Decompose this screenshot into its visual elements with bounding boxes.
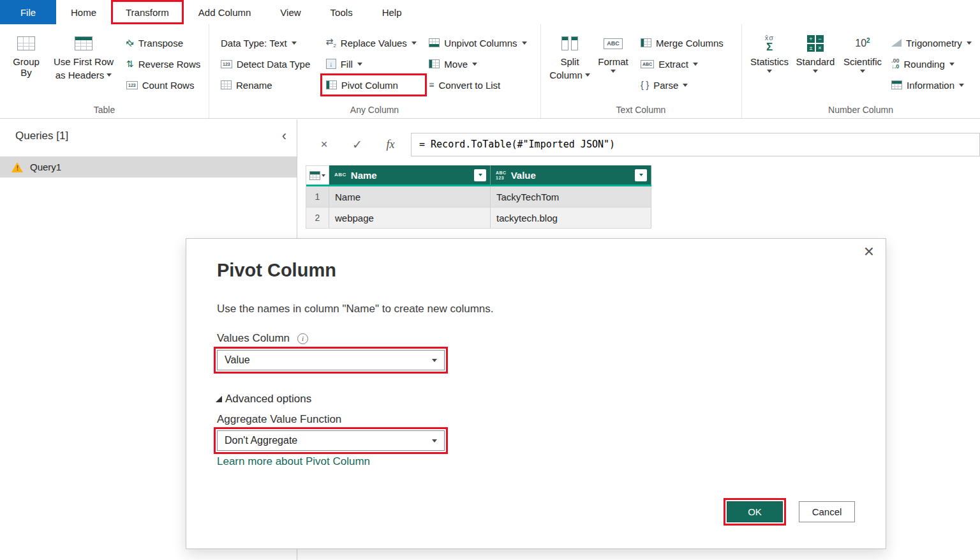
button-label: Detect Data Type	[237, 59, 311, 70]
pivot-column-button[interactable]: Pivot Column	[322, 75, 426, 95]
tab-transform[interactable]: Transform	[111, 0, 184, 24]
rounding-button[interactable]: .00↓.0 Rounding	[887, 54, 976, 73]
button-label: Merge Columns	[656, 38, 724, 49]
move-button[interactable]: Move	[425, 54, 540, 73]
tab-home[interactable]: Home	[56, 0, 111, 24]
aggregate-function-dropdown[interactable]: Don't Aggregate	[217, 430, 445, 451]
query-name: Query1	[30, 162, 61, 172]
statistics-icon: x̄σΣ	[765, 34, 774, 52]
tab-view[interactable]: View	[265, 0, 315, 24]
transpose-button[interactable]: ⇄ Transpose	[122, 33, 204, 52]
cell-value[interactable]: tackytech.blog	[491, 208, 651, 229]
extract-button[interactable]: ABC Extract	[637, 54, 727, 73]
formula-input[interactable]: = Record.ToTable(#"Imported JSON")	[411, 133, 980, 156]
button-label: Scientific	[843, 56, 882, 67]
use-first-row-icon	[75, 36, 93, 50]
button-label: Use First Row	[54, 56, 114, 67]
fill-icon: ↓	[326, 59, 336, 69]
file-menu-button[interactable]: File	[0, 0, 56, 24]
info-icon[interactable]: i	[297, 333, 308, 344]
select-all-corner[interactable]	[306, 165, 329, 185]
expander-triangle-icon	[216, 396, 222, 402]
tab-add-column[interactable]: Add Column	[184, 0, 266, 24]
advanced-options-toggle[interactable]: Advanced options	[216, 393, 311, 405]
replace-values-icon: ⇄2	[326, 37, 336, 49]
group-label-any-column: Any Column	[209, 105, 540, 115]
chevron-down-icon	[432, 439, 437, 443]
button-label: as Headers	[56, 70, 105, 80]
column-title: Value	[511, 170, 630, 181]
reverse-rows-button[interactable]: ⇅ Reverse Rows	[122, 54, 204, 73]
pivot-column-icon	[326, 80, 337, 89]
scientific-icon: 102	[855, 38, 870, 49]
learn-more-link[interactable]: Learn more about Pivot Column	[217, 455, 370, 468]
tab-tools[interactable]: Tools	[316, 0, 368, 24]
button-label: Statistics	[750, 56, 789, 67]
table-menu-caret-icon	[322, 174, 325, 177]
rounding-icon: .00↓.0	[891, 58, 900, 70]
fx-icon[interactable]: fx	[374, 138, 407, 151]
text-type-icon: ABC	[334, 172, 346, 178]
column-header-value[interactable]: ABC123 Value	[491, 165, 651, 185]
queries-pane-title: Queries [1]	[15, 130, 68, 142]
rename-icon	[221, 80, 232, 89]
move-icon	[429, 59, 440, 68]
button-label: Reverse Rows	[138, 59, 201, 70]
button-label: Unpivot Columns	[444, 38, 517, 49]
chevron-down-icon	[412, 42, 417, 45]
row-number[interactable]: 2	[306, 208, 329, 229]
commit-formula-icon[interactable]: ✓	[341, 137, 374, 152]
chevron-down-icon	[522, 42, 527, 45]
parse-button[interactable]: { } Parse	[637, 75, 727, 95]
column-header-name[interactable]: ABC Name	[329, 165, 491, 185]
button-label: Group By	[8, 56, 45, 78]
ribbon-group-any-column: Data Type: Text 123 Detect Data Type Ren…	[209, 24, 540, 118]
warning-icon: !	[11, 162, 24, 172]
data-type-button[interactable]: Data Type: Text	[217, 33, 322, 52]
dropdown-value: Value	[225, 354, 250, 366]
cell-name[interactable]: Name	[329, 186, 491, 208]
button-label: Move	[444, 59, 468, 70]
merge-columns-button[interactable]: Merge Columns	[637, 33, 727, 52]
chevron-down-icon	[813, 70, 818, 73]
filter-button[interactable]	[635, 169, 647, 181]
filter-button[interactable]	[474, 169, 486, 181]
rename-button[interactable]: Rename	[217, 75, 322, 95]
cell-value[interactable]: TackyTechTom	[491, 186, 651, 208]
ok-button[interactable]: OK	[727, 501, 783, 522]
cancel-formula-icon[interactable]: ×	[308, 137, 341, 151]
tab-help[interactable]: Help	[368, 0, 417, 24]
standard-icon: +−±×	[807, 35, 824, 52]
replace-values-button[interactable]: ⇄2 Replace Values	[322, 33, 426, 52]
unpivot-columns-button[interactable]: Unpivot Columns	[425, 33, 540, 52]
chevron-down-icon	[949, 63, 954, 66]
chevron-down-icon	[611, 70, 616, 73]
collapse-pane-icon[interactable]: ‹	[282, 131, 286, 141]
data-preview-table: ABC Name ABC123 Value 1 Name TackyTechTo…	[306, 165, 651, 229]
information-button[interactable]: Information	[887, 75, 976, 95]
button-label: Trigonometry	[906, 38, 962, 49]
detect-data-type-button[interactable]: 123 Detect Data Type	[217, 54, 322, 73]
count-rows-icon: 123	[126, 81, 138, 89]
query-list-item[interactable]: ! Query1	[0, 156, 297, 178]
button-label: Convert to List	[439, 80, 501, 91]
button-label: Rename	[236, 80, 272, 91]
values-column-dropdown[interactable]: Value	[217, 350, 445, 370]
button-label: Format	[598, 56, 628, 67]
power-query-editor-window: File Home Transform Add Column View Tool…	[0, 0, 980, 560]
cell-name[interactable]: webpage	[329, 208, 491, 229]
pivot-column-dialog: × Pivot Column Use the names in column "…	[186, 238, 886, 549]
button-label: Split	[560, 56, 579, 67]
close-icon[interactable]: ×	[864, 243, 874, 261]
trigonometry-button[interactable]: Trigonometry	[887, 33, 976, 52]
button-label: Information	[907, 80, 954, 91]
unpivot-columns-icon	[429, 38, 440, 47]
convert-to-list-button[interactable]: ≡ Convert to List	[425, 75, 540, 95]
cancel-button[interactable]: Cancel	[799, 501, 855, 522]
row-number[interactable]: 1	[306, 186, 329, 208]
count-rows-button[interactable]: 123 Count Rows	[122, 75, 204, 95]
chevron-down-icon	[959, 84, 964, 87]
fill-button[interactable]: ↓ Fill	[322, 54, 426, 73]
button-label: Transpose	[138, 38, 183, 49]
button-label: Data Type: Text	[221, 38, 287, 49]
